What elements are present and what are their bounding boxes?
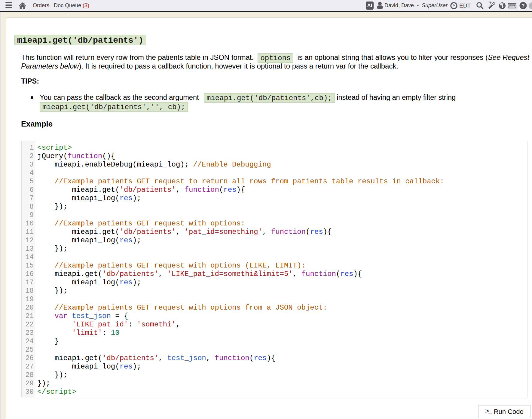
- svg-text:?: ?: [521, 3, 524, 9]
